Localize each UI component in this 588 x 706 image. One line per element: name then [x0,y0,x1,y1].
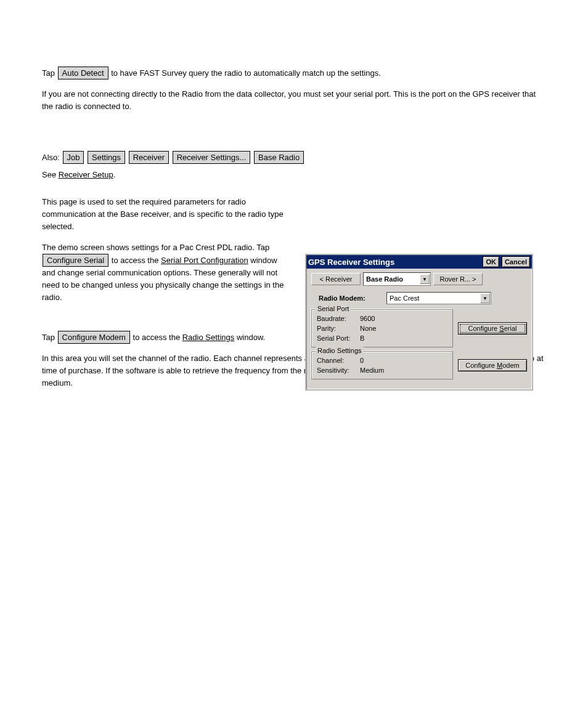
breadcrumb-receiver: Receiver [129,151,169,164]
gps-receiver-settings-dialog: GPS Receiver Settings OK Cancel < Receiv… [305,254,533,391]
parity-value: None [360,323,376,333]
serial-port-label: Serial Port: [317,333,360,343]
breadcrumb-base-radio: Base Radio [254,151,304,164]
channel-label: Channel: [317,355,360,365]
sensitivity-value: Medium [360,365,384,375]
text: Also: [42,153,62,162]
configure-serial-button-ref: Configure Serial [43,254,108,267]
nav-page-select[interactable]: Base Radio ▼ [363,272,431,286]
breadcrumb-job: Job [63,151,84,164]
text: Tap [42,333,57,342]
channel-value: 0 [360,355,364,365]
paragraph-auto-detect: Tap Auto Detect to have FAST Survey quer… [42,67,546,79]
see-also-line: See Receiver Setup. [42,169,546,181]
paragraph-configure-serial: The demo screen shows settings for a Pac… [42,241,292,304]
breadcrumb-settings: Settings [88,151,125,164]
paragraph-serial-port-note: If you are not connecting directly to th… [42,88,546,113]
text: Configure [465,362,497,369]
nav-next-button[interactable]: Rover R... > [433,273,483,285]
text: M [497,362,502,369]
cancel-button[interactable]: Cancel [502,256,530,267]
baudrate-label: Baudrate: [317,314,360,323]
ok-button[interactable]: OK [483,256,499,267]
serial-port-row: Serial Port Baudrate:9600 Parity:None Se… [311,309,527,347]
auto-detect-button-ref: Auto Detect [58,67,108,79]
radio-modem-value: Pac Crest [390,294,419,302]
left-column: This page is used to set the required pa… [42,196,292,304]
text: to have FAST Survey query the radio to a… [109,68,381,78]
dialog-nav-row: < Receiver Base Radio ▼ Rover R... > [311,272,527,286]
dialog-titlebar: GPS Receiver Settings OK Cancel [306,255,532,269]
radio-modem-row: Radio Modem: Pac Crest ▼ [311,292,527,304]
radio-modem-label: Radio Modem: [319,294,380,302]
radio-settings-group: Radio Settings Channel:0 Sensitivity:Med… [311,351,453,379]
text: Configure [468,325,500,332]
breadcrumb-receiver-settings: Receiver Settings... [173,151,251,164]
chevron-down-icon[interactable]: ▼ [480,293,490,303]
radio-settings-row: Radio Settings Channel:0 Sensitivity:Med… [311,351,527,379]
sensitivity-label: Sensitivity: [317,365,360,375]
serial-port-config-link[interactable]: Serial Port Configuration [161,256,248,265]
nav-prev-button[interactable]: < Receiver [311,273,361,285]
text: to access the [131,333,182,342]
text: odem [502,362,520,369]
configure-modem-button[interactable]: Configure Modem [458,359,527,371]
text: See [42,170,59,179]
text: erial [504,325,517,332]
dialog-screenshot: GPS Receiver Settings OK Cancel < Receiv… [305,254,533,391]
chevron-down-icon[interactable]: ▼ [420,274,430,284]
radio-settings-legend: Radio Settings [316,347,364,354]
serial-port-value: B [360,333,364,343]
serial-port-group: Serial Port Baudrate:9600 Parity:None Se… [311,309,453,347]
baudrate-value: 9600 [360,314,375,323]
text: Tap [42,68,57,78]
radio-modem-select[interactable]: Pac Crest ▼ [386,292,491,304]
text: S [499,325,504,332]
text: The demo screen shows settings for a Pac… [42,243,269,252]
text: . [113,170,116,179]
parity-label: Parity: [317,323,360,333]
radio-settings-link[interactable]: Radio Settings [182,333,235,342]
breadcrumb-line: Also: Job Settings Receiver Receiver Set… [42,151,546,164]
configure-serial-button[interactable]: Configure Serial [458,322,527,335]
dialog-title: GPS Receiver Settings [308,258,480,267]
paragraph-base-radio-intro: This page is used to set the required pa… [42,196,292,233]
configure-modem-button-ref: Configure Modem [58,331,130,344]
nav-page-value: Base Radio [366,275,403,283]
receiver-setup-link[interactable]: Receiver Setup [59,170,113,179]
dialog-body: < Receiver Base Radio ▼ Rover R... > Rad… [306,269,532,389]
serial-port-legend: Serial Port [316,305,351,312]
text: to access the [109,256,161,265]
text: window. [234,333,265,342]
document-page: Tap Auto Detect to have FAST Survey quer… [0,0,588,706]
